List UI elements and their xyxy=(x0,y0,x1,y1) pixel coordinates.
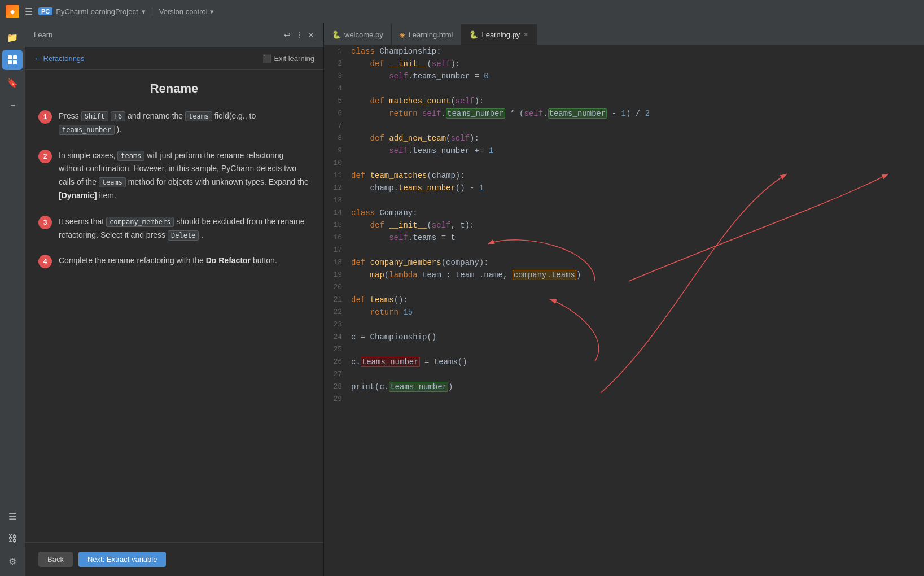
learn-panel: Learn ↩ ⋮ ✕ ← Refactorings ⬛ Exit learni… xyxy=(25,23,324,576)
exit-learning-button[interactable]: ⬛ Exit learning xyxy=(262,54,314,63)
main-layout: 📁 🔖 ··· ☰ ⛓ ⚙ Learn ↩ ⋮ ✕ ← Refactori xyxy=(0,23,924,576)
back-button[interactable]: Back xyxy=(38,552,73,567)
topbar: ◆ ☰ PC PyCharmLearningProject ▾ | Versio… xyxy=(0,0,924,23)
code-line-8: 8 def add_new_team(self): xyxy=(324,132,924,145)
tab-learning-py[interactable]: 🐍 Learning.py ✕ xyxy=(461,24,537,45)
rename-title: Rename xyxy=(38,81,310,96)
learn-footer: Back Next: Extract variable xyxy=(25,542,323,576)
delete-kbd: Delete xyxy=(168,230,199,241)
back-to-refactorings-button[interactable]: ← Refactorings xyxy=(34,54,85,63)
code-line-12: 12 champ.teams_number() - 1 xyxy=(324,182,924,194)
sidebar-item-plugin[interactable] xyxy=(2,50,23,70)
separator: | xyxy=(151,6,154,16)
more-options-button[interactable]: ⋮ xyxy=(295,30,303,40)
sidebar-item-link[interactable]: ⛓ xyxy=(2,529,23,549)
project-arrow-icon: ▾ xyxy=(142,7,146,16)
vcs-arrow-icon: ▾ xyxy=(210,7,214,16)
sidebar-item-folder[interactable]: 📁 xyxy=(2,27,23,47)
highlight-company-teams: company.teams xyxy=(513,270,576,280)
do-refactor-label: Do Refactor xyxy=(206,256,251,265)
code-line-22: 22 return 15 xyxy=(324,306,924,318)
highlight-teams-number-2: teams_number xyxy=(548,108,607,119)
sidebar-item-more[interactable]: ··· xyxy=(2,95,23,115)
project-name: PyCharmLearningProject xyxy=(56,7,138,16)
highlight-teams-number-red: teams_number xyxy=(361,357,420,367)
learn-content: Rename 1 Press Shift F6 and rename the t… xyxy=(25,70,323,542)
code-line-21: 21 def teams(): xyxy=(324,294,924,306)
code-line-26: 26 c.teams_number = teams() xyxy=(324,356,924,368)
learn-header-actions: ↩ ⋮ ✕ xyxy=(284,30,314,40)
step-4-text: Complete the rename refactoring with the… xyxy=(59,254,277,268)
company-members-code: company_members xyxy=(106,217,174,227)
code-line-29: 29 xyxy=(324,393,924,405)
code-line-10: 10 xyxy=(324,157,924,169)
close-panel-button[interactable]: ✕ xyxy=(308,30,314,40)
highlight-teams-number-green-28: teams_number xyxy=(389,382,448,392)
step-2-number: 2 xyxy=(38,150,52,163)
sidebar-item-settings[interactable]: ⚙ xyxy=(2,551,23,571)
code-line-23: 23 xyxy=(324,318,924,331)
icon-bar: 📁 🔖 ··· ☰ ⛓ ⚙ xyxy=(0,23,25,576)
code-line-5: 5 def matches_count(self): xyxy=(324,95,924,107)
code-editor[interactable]: 1 class Championship: 2 def __init__(sel… xyxy=(324,45,924,576)
learning-py-label: Learning.py xyxy=(481,30,520,39)
code-line-7: 7 xyxy=(324,120,924,132)
teams-code-3: teams xyxy=(99,177,126,187)
step-3-number: 3 xyxy=(38,216,52,229)
learning-html-icon: ◈ xyxy=(400,30,405,39)
code-line-14: 14 class Company: xyxy=(324,207,924,219)
close-tab-icon[interactable]: ✕ xyxy=(523,31,528,38)
svg-rect-1 xyxy=(13,55,17,59)
welcome-py-label: welcome.py xyxy=(344,30,383,39)
step-1: 1 Press Shift F6 and rename the teams fi… xyxy=(38,110,310,137)
tab-welcome-py[interactable]: 🐍 welcome.py xyxy=(324,24,392,45)
code-line-24: 24 c = Championship() xyxy=(324,331,924,343)
teams-code-2: teams xyxy=(117,151,144,161)
code-line-2: 2 def __init__(self): xyxy=(324,58,924,70)
step-3: 3 It seems that company_members should b… xyxy=(38,215,310,242)
highlight-teams-number-1: teams_number xyxy=(446,108,505,119)
code-line-6: 6 return self.teams_number * (self.teams… xyxy=(324,107,924,120)
svg-rect-3 xyxy=(13,60,17,64)
sidebar-item-bookmark[interactable]: 🔖 xyxy=(2,72,23,93)
hamburger-menu[interactable]: ☰ xyxy=(25,6,33,17)
step-4-number: 4 xyxy=(38,255,52,268)
tab-learning-html[interactable]: ◈ Learning.html xyxy=(392,24,462,45)
code-line-3: 3 self.teams_number = 0 xyxy=(324,70,924,82)
editor-tabs: 🐍 welcome.py ◈ Learning.html 🐍 Learning.… xyxy=(324,23,924,45)
sidebar-item-list[interactable]: ☰ xyxy=(2,506,23,526)
undo-button[interactable]: ↩ xyxy=(284,30,291,40)
code-line-16: 16 self.teams = t xyxy=(324,232,924,244)
step-1-number: 1 xyxy=(38,110,52,124)
vcs-selector[interactable]: Version control ▾ xyxy=(159,7,214,16)
code-line-28: 28 print(c.teams_number) xyxy=(324,381,924,393)
learn-nav: ← Refactorings ⬛ Exit learning xyxy=(25,47,323,70)
code-line-18: 18 def company_members(company): xyxy=(324,256,924,269)
teams-number-code-1: teams_number xyxy=(59,125,115,135)
step-3-text: It seems that company_members should be … xyxy=(59,215,310,242)
svg-rect-0 xyxy=(8,55,12,59)
code-line-27: 27 xyxy=(324,368,924,381)
welcome-py-icon: 🐍 xyxy=(332,30,341,39)
teams-code-1: teams xyxy=(185,111,212,121)
code-line-4: 4 xyxy=(324,82,924,95)
code-line-25: 25 xyxy=(324,343,924,356)
code-line-9: 9 self.teams_number += 1 xyxy=(324,145,924,157)
code-line-13: 13 xyxy=(324,194,924,207)
learning-py-icon: 🐍 xyxy=(469,30,478,39)
learn-header: Learn ↩ ⋮ ✕ xyxy=(25,23,323,47)
editor-area: 🐍 welcome.py ◈ Learning.html 🐍 Learning.… xyxy=(324,23,924,576)
code-line-15: 15 def __init__(self, t): xyxy=(324,219,924,232)
app-logo: ◆ xyxy=(6,5,19,18)
project-selector[interactable]: PC PyCharmLearningProject ▾ xyxy=(38,7,146,16)
vcs-label: Version control xyxy=(159,7,208,16)
learn-title: Learn xyxy=(34,30,52,39)
svg-rect-2 xyxy=(8,60,12,64)
project-badge: PC xyxy=(38,7,52,15)
step-2: 2 In simple cases, teams will just perfo… xyxy=(38,149,310,203)
next-button[interactable]: Next: Extract variable xyxy=(78,552,167,567)
shift-kbd: Shift xyxy=(81,111,108,121)
code-line-1: 1 class Championship: xyxy=(324,45,924,58)
f6-kbd: F6 xyxy=(111,111,125,121)
code-line-19: 19 map(lambda team_: team_.name, company… xyxy=(324,269,924,281)
